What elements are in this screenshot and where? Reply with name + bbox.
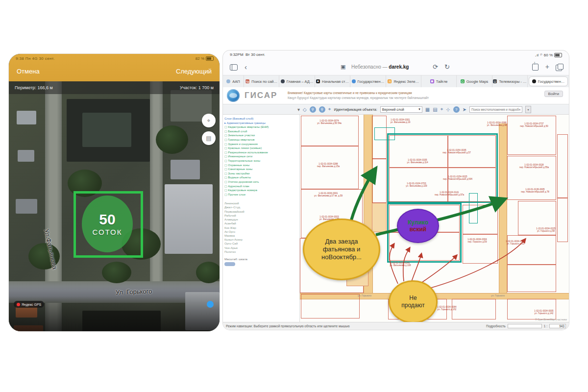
layer-item[interactable]: ▢ Разрешённое использование — [224, 150, 298, 155]
reload-icon[interactable]: ↻ — [444, 63, 450, 71]
district-item[interactable]: Ленинский — [224, 201, 298, 205]
sidebar-toggle-icon[interactable] — [230, 64, 238, 71]
district-item[interactable]: Джал–Студ. — [224, 205, 298, 209]
tab-label: Государствен… — [538, 79, 565, 84]
extension-icon[interactable]: ⟳ — [433, 63, 438, 71]
scale-note: Масштаб: шкала — [224, 258, 298, 261]
battery-icon — [206, 56, 214, 61]
scale-prefix: 1 : — [544, 324, 547, 328]
district-item[interactable]: Кызыл-Аскер — [224, 238, 298, 242]
tab-favicon-icon: ▣ — [430, 79, 434, 83]
lot-size-badge: 50 СОТОК — [82, 196, 133, 252]
layer-item[interactable]: Слои (Базовый слой) — [224, 117, 298, 121]
search-input[interactable] — [469, 106, 522, 113]
layer-item[interactable]: ▢ Прочие слои — [224, 193, 298, 197]
layer-item[interactable]: ▢ Кадастровые номера — [224, 188, 298, 193]
district-item[interactable]: Маевка — [224, 234, 298, 238]
building-courtyard — [82, 113, 131, 147]
red-arrow-1 — [390, 244, 398, 284]
identify-pin-icon[interactable]: ⌖ — [328, 106, 331, 112]
trees — [156, 125, 188, 154]
extent-lock-icon[interactable]: ⚲ — [319, 106, 325, 113]
new-tab-icon[interactable]: + — [545, 63, 549, 71]
tab-label: Поиск по сай… — [251, 79, 277, 84]
next-button[interactable]: Следующий — [176, 68, 212, 75]
layer-item[interactable]: ▢ Охранные зоны — [224, 163, 298, 168]
layer-item[interactable]: ▢ Водные объекты — [224, 175, 298, 180]
sidebar-button[interactable] — [224, 262, 235, 266]
perimeter-value: Периметр: 166,6 м — [15, 85, 53, 90]
address-bar[interactable]: Небезопасно — darek.kg — [351, 64, 409, 70]
sidebar-collapse-icon[interactable]: ▾ — [297, 107, 300, 112]
browser-tab[interactable]: ААП — [223, 75, 244, 87]
district-item[interactable]: Рабочий — [224, 214, 298, 218]
red-arrow-2 — [403, 248, 410, 281]
note-line: ноВооктябр... — [321, 253, 362, 261]
browser-tab-bar: ААП№Поиск по сай…Главная – АД…★Начальная… — [223, 75, 569, 88]
cancel-button[interactable]: Отмена — [17, 68, 40, 75]
district-item[interactable]: Кок-Жар — [224, 226, 298, 230]
layer-item[interactable]: ▢ Кадастровые кварталы (ЕНИ) — [224, 125, 298, 129]
marker-icon[interactable]: ⌖ — [441, 106, 443, 112]
map-control-button[interactable]: ⌖ — [202, 114, 216, 127]
map-control-button-2[interactable]: ▤ — [202, 131, 216, 145]
print-icon[interactable]: ▦ — [425, 107, 430, 112]
page-security-icon[interactable]: ▣ — [341, 64, 345, 70]
browser-tab[interactable]: Главная – АД… — [279, 75, 315, 87]
pan-tool-icon[interactable]: ◇ — [303, 107, 307, 112]
search-go-button[interactable]: ▾ — [525, 106, 531, 113]
back-icon[interactable]: ‹ — [245, 63, 247, 71]
detail-input[interactable] — [508, 324, 542, 328]
browser-tab[interactable]: GGoogle Maps — [457, 75, 492, 87]
layer-select[interactable]: Верхний слой▾ — [380, 106, 422, 113]
browser-tab[interactable]: Государствен… — [529, 76, 568, 86]
tab-label: Яндекс Зеле… — [393, 79, 419, 84]
district-item[interactable]: Политех — [224, 250, 298, 254]
district-item[interactable]: Ак-Орго — [224, 230, 298, 234]
browser-tab[interactable]: Государствен… — [350, 75, 386, 87]
layer-item[interactable]: ▢ Инженерные сети — [224, 154, 298, 159]
district-item[interactable]: Орто-Сай — [224, 242, 298, 245]
layer-item[interactable]: ▢ Земельные участки — [224, 133, 298, 138]
site-disclaimer-kg: Көңүл буруңуз! Кадастрдык карталар схема… — [288, 96, 429, 99]
domain-label: darek.kg — [389, 64, 409, 70]
browser-tab[interactable]: UТелевизоры - … — [492, 75, 528, 87]
tabs-overview-icon[interactable] — [556, 65, 562, 71]
zoom-lock-icon[interactable]: ⚲ — [310, 106, 316, 113]
layer-item[interactable]: ▢ Границы кварталов — [224, 138, 298, 142]
browser-tab[interactable]: ЯЯндекс Зеле… — [386, 75, 421, 87]
cadastral-map[interactable]: 1-02-01-0034-0074ул. Фатьянова д.56 54а1… — [300, 115, 569, 322]
district-item[interactable]: Аламудун — [224, 218, 298, 221]
building — [171, 160, 200, 179]
scale-input[interactable] — [549, 324, 566, 328]
layers-icon[interactable]: ▤ — [433, 107, 437, 112]
layer-item[interactable]: ▢ Адресный план — [224, 184, 298, 189]
locate-button[interactable] — [207, 301, 214, 308]
district-item[interactable]: Асанбай — [224, 221, 298, 225]
browser-tab[interactable]: ▣Тайгле — [421, 75, 457, 87]
layer-item[interactable]: ▢ Здания и сооружения — [224, 142, 298, 147]
district-item[interactable]: Первомайский — [224, 210, 298, 214]
satellite-map[interactable]: Периметр: 166,6 м Участок: 1 700 м 50 СО… — [9, 81, 220, 331]
tab-label: ААП — [232, 79, 240, 84]
help-icon[interactable]: ? — [453, 106, 460, 113]
building — [18, 150, 34, 162]
login-button[interactable]: Войти — [544, 91, 563, 97]
layer-item[interactable]: ▢ Территориальные зоны — [224, 159, 298, 163]
district-item[interactable]: Чон-Арык — [224, 246, 298, 250]
layer-item[interactable]: ▢ Санитарные зоны — [224, 167, 298, 172]
tab-label: Главная – АД… — [287, 79, 314, 84]
selected-lot-outline[interactable]: 50 СОТОК — [74, 191, 143, 258]
layer-item[interactable]: ▢ Зоны застройки — [224, 172, 298, 176]
browser-tab[interactable]: ★Начальная ст… — [315, 75, 350, 87]
tablet-status-right: ᎐ıl ⌾ 60 % — [535, 52, 562, 57]
measure-icon[interactable]: ⊹ — [446, 107, 450, 112]
browser-tab[interactable]: №Поиск по сай… — [244, 75, 279, 87]
layer-item[interactable]: ▢ Улично-дорожная сеть — [224, 180, 298, 184]
send-icon[interactable]: ➤ — [463, 107, 466, 112]
tab-label: Google Maps — [466, 79, 489, 84]
share-icon[interactable] — [532, 62, 539, 71]
layer-item[interactable]: ▢ Красные линии (осевые) — [224, 146, 298, 150]
layer-item[interactable]: ▢ Базовый слой — [224, 129, 298, 134]
layer-item[interactable]: ▸ Административные границы — [224, 121, 298, 125]
